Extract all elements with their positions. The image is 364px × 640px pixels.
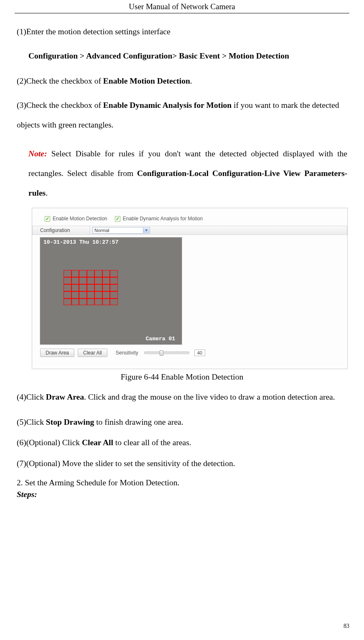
config-dropdown[interactable]: Normal bbox=[92, 227, 150, 234]
step-2-post: . bbox=[190, 76, 192, 85]
steps-heading: Steps: bbox=[17, 490, 347, 499]
step-6: (6)(Optional) Click Clear All to clear a… bbox=[17, 437, 347, 448]
step-2: (2)Check the checkbox of Enable Motion D… bbox=[17, 75, 347, 87]
clear-all-button[interactable]: Clear All bbox=[78, 349, 107, 357]
content-body: (1)Enter the motion detection settings i… bbox=[15, 26, 349, 499]
chk1-label: Enable Motion Detection bbox=[53, 216, 107, 222]
note-block: Note: Select Disable for rules if you do… bbox=[17, 144, 347, 203]
step-4: (4)Click Draw Area. Click and drag the m… bbox=[17, 388, 347, 407]
step-1-intro: (1)Enter the motion detection settings i… bbox=[17, 26, 347, 37]
figure-caption: Figure 6-44 Enable Motion Detection bbox=[17, 372, 347, 382]
step-2-pre: (2)Check the checkbox of bbox=[17, 76, 103, 85]
note-label: Note: bbox=[28, 149, 47, 158]
camera-name: Camera 01 bbox=[146, 336, 175, 342]
step-6-post: to clear all of the areas. bbox=[113, 438, 191, 447]
check-icon bbox=[45, 216, 50, 222]
checkbox-row: Enable Motion Detection Enable Dynamic A… bbox=[32, 208, 347, 222]
page-number: 83 bbox=[344, 623, 349, 630]
step-5: (5)Click Stop Drawing to finish drawing … bbox=[17, 416, 347, 428]
section-2: 2. Set the Arming Schedule for Motion De… bbox=[17, 478, 347, 487]
sensitivity-value: 40 bbox=[194, 349, 205, 356]
motion-grid bbox=[64, 270, 118, 305]
sensitivity-slider[interactable] bbox=[144, 352, 189, 354]
step-4-post: . Click and drag the mouse on the live v… bbox=[84, 393, 335, 401]
config-value-text: Normal bbox=[94, 228, 109, 233]
step-5-bold: Stop Drawing bbox=[46, 418, 94, 426]
step-5-pre: (5)Click bbox=[17, 418, 46, 426]
step-3-pre: (3)Check the checkbox of bbox=[17, 101, 103, 110]
step-6-bold: Clear All bbox=[82, 438, 113, 447]
checkbox-enable-motion[interactable]: Enable Motion Detection bbox=[45, 216, 107, 222]
chevron-down-icon bbox=[145, 229, 148, 231]
slider-thumb[interactable] bbox=[160, 350, 163, 356]
step-4-pre: (4)Click bbox=[17, 393, 46, 401]
step-5-post: to finish drawing one area. bbox=[94, 418, 183, 426]
draw-area-button[interactable]: Draw Area bbox=[40, 349, 74, 357]
chk2-label: Enable Dynamic Analysis for Motion bbox=[123, 216, 203, 222]
config-input-wrap: Normal bbox=[90, 226, 347, 235]
step-4-bold: Draw Area bbox=[46, 393, 84, 401]
step-3-bold: Enable Dynamic Analysis for Motion bbox=[103, 101, 232, 110]
config-label: Configuration bbox=[32, 226, 90, 235]
config-row: Configuration Normal bbox=[32, 226, 347, 235]
step-2-bold: Enable Motion Detection bbox=[103, 76, 190, 85]
button-row: Draw Area Clear All Sensitivity 40 bbox=[32, 345, 347, 357]
step-6-pre: (6)(Optional) Click bbox=[17, 438, 82, 447]
step-1-path: Configuration > Advanced Configuration> … bbox=[17, 46, 347, 66]
checkbox-enable-dynamic[interactable]: Enable Dynamic Analysis for Motion bbox=[115, 216, 203, 222]
video-preview[interactable]: 10-31-2013 Thu 10:27:57 Camera 01 bbox=[40, 237, 182, 345]
video-timestamp: 10-31-2013 Thu 10:27:57 bbox=[43, 239, 118, 245]
step-3: (3)Check the checkbox of Enable Dynamic … bbox=[17, 96, 347, 135]
note-text-c: . bbox=[46, 189, 48, 197]
figure-screenshot: Enable Motion Detection Enable Dynamic A… bbox=[32, 208, 348, 369]
sensitivity-label: Sensitivity bbox=[116, 350, 138, 356]
check-icon bbox=[115, 216, 120, 222]
page-header: User Manual of Network Camera bbox=[15, 0, 349, 13]
step-7: (7)(Optional) Move the slider to set the… bbox=[17, 458, 347, 469]
